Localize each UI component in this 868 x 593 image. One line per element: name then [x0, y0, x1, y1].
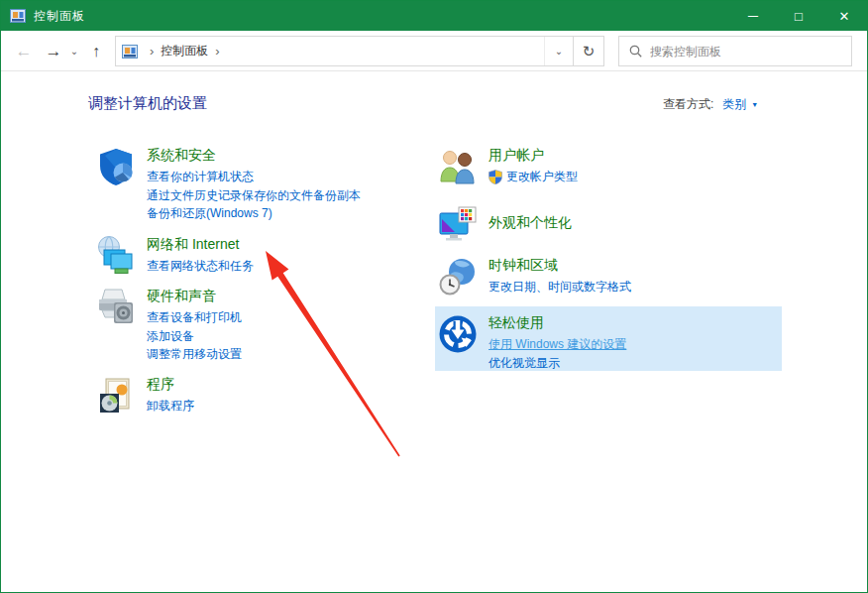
breadcrumb-separator-icon[interactable]: › — [215, 44, 219, 59]
user-accounts-icon[interactable] — [437, 146, 479, 187]
search-icon — [629, 45, 642, 58]
refresh-button[interactable]: ↻ — [573, 36, 604, 66]
ease-of-access-icon[interactable] — [437, 313, 479, 355]
category-title-network-internet[interactable]: 网络和 Internet — [147, 235, 254, 253]
link-optimize-visual-display[interactable]: 优化视觉显示 — [488, 354, 626, 373]
security-shield-icon[interactable] — [95, 146, 137, 187]
programs-icon[interactable] — [95, 375, 137, 416]
category-title-user-accounts[interactable]: 用户帐户 — [488, 146, 578, 164]
maximize-button[interactable]: □ — [776, 1, 821, 31]
view-by-label: 查看方式: — [663, 96, 713, 113]
link-backup-restore-win7[interactable]: 备份和还原(Windows 7) — [147, 204, 361, 223]
breadcrumb-separator-icon: › — [150, 44, 154, 59]
minimize-button[interactable]: ─ — [730, 1, 776, 31]
link-view-network-status[interactable]: 查看网络状态和任务 — [147, 257, 254, 276]
search-input[interactable] — [650, 45, 845, 59]
category-clock-region: 时钟和区域 更改日期、时间或数字格式 — [437, 256, 631, 297]
category-title-system-security[interactable]: 系统和安全 — [147, 146, 361, 164]
search-box[interactable] — [618, 36, 852, 66]
category-title-programs[interactable]: 程序 — [147, 375, 194, 393]
link-uninstall-program[interactable]: 卸载程序 — [147, 397, 194, 415]
category-hardware-sound: 硬件和声音 查看设备和打印机 添加设备 调整常用移动设置 — [95, 287, 242, 364]
category-title-ease-of-access[interactable]: 轻松使用 — [488, 313, 626, 331]
category-title-appearance[interactable]: 外观和个性化 — [488, 213, 572, 231]
category-user-accounts: 用户帐户 更改帐户类型 — [437, 146, 578, 187]
hardware-sound-icon[interactable] — [95, 287, 137, 328]
control-panel-icon — [10, 8, 26, 24]
category-programs: 程序 卸载程序 — [95, 375, 194, 416]
close-button[interactable]: ✕ — [821, 1, 867, 31]
navigation-bar: ← → ⌄ ↑ › 控制面板 › ⌄ ↻ — [1, 31, 867, 71]
page-title: 调整计算机的设置 — [88, 94, 207, 113]
link-add-device[interactable]: 添加设备 — [147, 327, 242, 346]
view-by-control: 查看方式: 类别 ▼ — [663, 96, 758, 113]
link-file-history-backup[interactable]: 通过文件历史记录保存你的文件备份副本 — [147, 186, 361, 205]
view-by-value[interactable]: 类别 — [722, 96, 746, 113]
breadcrumb-control-panel[interactable]: 控制面板 — [161, 43, 208, 59]
clock-region-icon[interactable] — [437, 256, 479, 297]
category-network-internet: 网络和 Internet 查看网络状态和任务 — [95, 235, 254, 277]
window-title: 控制面板 — [34, 8, 85, 25]
titlebar[interactable]: 控制面板 ─ □ ✕ — [1, 1, 867, 31]
category-title-clock-region[interactable]: 时钟和区域 — [488, 256, 631, 274]
address-bar[interactable]: › 控制面板 › ⌄ — [115, 36, 574, 66]
category-appearance-personalization: 外观和个性化 — [437, 204, 572, 246]
uac-shield-icon — [488, 170, 502, 184]
link-windows-suggested-settings[interactable]: 使用 Windows 建议的设置 — [488, 335, 626, 354]
history-dropdown-icon[interactable]: ⌄ — [66, 31, 82, 71]
up-icon[interactable]: ↑ — [84, 31, 108, 71]
address-dropdown-icon[interactable]: ⌄ — [544, 37, 573, 65]
link-change-date-time-formats[interactable]: 更改日期、时间或数字格式 — [488, 278, 631, 296]
link-adjust-mobility-settings[interactable]: 调整常用移动设置 — [147, 345, 242, 364]
network-internet-icon[interactable] — [95, 235, 137, 277]
control-panel-icon — [122, 44, 138, 59]
link-change-account-type[interactable]: 更改帐户类型 — [488, 168, 578, 186]
appearance-icon[interactable] — [437, 204, 479, 246]
category-ease-of-access: 轻松使用 使用 Windows 建议的设置 优化视觉显示 — [437, 313, 626, 372]
link-check-computer-status[interactable]: 查看你的计算机状态 — [147, 168, 361, 186]
category-system-security: 系统和安全 查看你的计算机状态 通过文件历史记录保存你的文件备份副本 备份和还原… — [95, 146, 361, 223]
back-icon[interactable]: ← — [11, 31, 37, 71]
category-title-hardware-sound[interactable]: 硬件和声音 — [147, 287, 242, 304]
chevron-down-icon[interactable]: ▼ — [751, 101, 758, 108]
forward-icon[interactable]: → — [41, 31, 66, 71]
control-panel-window: 控制面板 ─ □ ✕ ← → ⌄ ↑ › 控制面板 › ⌄ ↻ — [0, 0, 868, 593]
link-view-devices-printers[interactable]: 查看设备和打印机 — [147, 308, 242, 327]
